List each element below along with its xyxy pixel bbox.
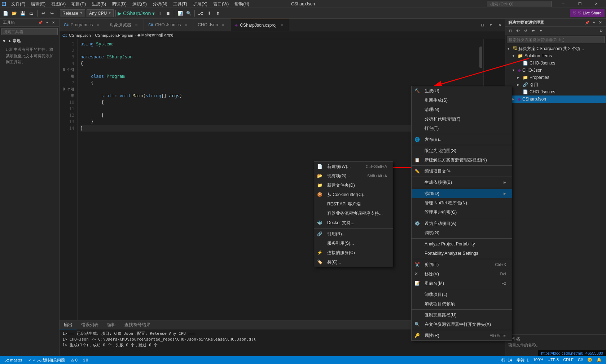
ctx-pack[interactable]: 打包(T): [412, 124, 512, 133]
add-existing-item[interactable]: 📂 现有项(G)... Shift+Alt+A: [314, 171, 393, 181]
ctx-unload[interactable]: 卸载项目(L): [412, 290, 512, 299]
add-container-orchestration[interactable]: 容器业务流程协调程序支持...: [314, 209, 393, 218]
tab-cho-json-close[interactable]: ✕: [220, 22, 226, 28]
config-dropdown[interactable]: Release ▼: [60, 9, 85, 17]
ctx-build-deps[interactable]: 生成依赖项(B) ▶: [412, 178, 512, 187]
sol-panel-close-btn[interactable]: ✕: [597, 20, 603, 26]
ctx-build[interactable]: 🔨 生成(U): [412, 86, 512, 96]
sol-item-csharpjson[interactable]: ▶ ◆ CSharpJson: [505, 96, 606, 103]
ctx-set-startup[interactable]: ⚙️ 设为启动项目(A): [412, 219, 512, 228]
ctx-analyze-portability[interactable]: Analyze Project Portability: [412, 239, 512, 249]
tab-csharpjson-csproj-close[interactable]: ✕: [279, 22, 285, 28]
ctx-remove[interactable]: ✕ 移除(V) Del: [412, 269, 512, 279]
add-new-folder[interactable]: 📁 新建文件夹(D): [314, 181, 393, 190]
sol-panel-dropdown-btn[interactable]: ▾: [591, 20, 597, 26]
menu-project[interactable]: 项目(P): [69, 0, 89, 8]
statusbar-git[interactable]: ⎇ master: [3, 358, 24, 363]
add-connected-service[interactable]: ⚡ 连接的服务(C): [314, 248, 393, 257]
output-tab-edit[interactable]: 编辑: [103, 320, 120, 329]
menu-analyze[interactable]: 分析(N): [150, 0, 170, 8]
new-project-btn[interactable]: 📄: [1, 9, 9, 17]
sol-item-cho-json-cs-2[interactable]: 📄 CHO-Json.cs: [505, 88, 606, 96]
tab-program-cs[interactable]: C# Program.cs ✕: [60, 19, 105, 31]
toolbox-search-input[interactable]: [1, 28, 58, 35]
open-btn[interactable]: 📂: [10, 9, 18, 17]
sol-item-properties[interactable]: ▶ 📁 Properties: [505, 74, 606, 81]
platform-dropdown[interactable]: Any CPU ▼: [87, 9, 114, 17]
add-docker[interactable]: 🐳 Docker 支持...: [314, 218, 393, 227]
add-reference[interactable]: 🔗 引用(R)...: [314, 229, 393, 239]
output-tab-find[interactable]: 查找符号结果: [120, 320, 155, 329]
add-cookiecutter[interactable]: 🍪 从 Cookiecutter(C)...: [314, 190, 393, 199]
menu-test[interactable]: 测试(S): [129, 0, 150, 8]
menu-extensions[interactable]: 扩展(X): [190, 0, 210, 8]
statusbar-zoom[interactable]: 100%: [532, 358, 545, 363]
menu-view[interactable]: 视图(V): [48, 0, 69, 8]
git-pull-btn[interactable]: ⬇: [205, 9, 213, 17]
menu-help[interactable]: 帮助(H): [232, 0, 252, 8]
tab-cho-json[interactable]: CHO-Json ✕: [193, 19, 230, 31]
sol-collapse-btn[interactable]: ⊟: [507, 27, 514, 35]
sol-refresh-btn[interactable]: ↺: [522, 27, 529, 35]
add-service-ref[interactable]: 服务引用(S)...: [314, 239, 393, 248]
tab-object-browser[interactable]: 对象浏览器 ✕: [105, 19, 144, 31]
ctx-debug[interactable]: 调试(G): [412, 228, 512, 238]
ctx-scope[interactable]: 限定为此范围(S): [412, 146, 512, 155]
ctx-rename[interactable]: 📝 重命名(M) F2: [412, 279, 512, 288]
scrollbar-thumb[interactable]: [479, 46, 482, 68]
statusbar-line[interactable]: 行: 14: [500, 358, 513, 363]
add-rest-api[interactable]: REST API 客户端: [314, 199, 393, 209]
menu-file[interactable]: 文件(F): [8, 0, 28, 8]
sol-item-solution-items[interactable]: ▼ 📁 Solution Items: [505, 52, 606, 59]
statusbar-col[interactable]: 字符: 1: [515, 358, 530, 363]
sol-sync-btn[interactable]: ⇄: [530, 27, 537, 35]
statusbar-warnings[interactable]: ⚠ 0: [69, 358, 79, 363]
toolbox-general-header[interactable]: ▼ ▲ 常规: [1, 37, 58, 44]
breadcrumb-project[interactable]: CSharpJson: [69, 33, 91, 37]
redo-btn[interactable]: ↪: [48, 9, 56, 17]
save-btn[interactable]: 💾: [19, 9, 27, 17]
ctx-add[interactable]: 添加(D) ▶: [412, 189, 512, 198]
sol-item-cho-json-cs-1[interactable]: 📄 CHO-Json.cs: [505, 59, 606, 67]
tab-cho-json-cs[interactable]: C# CHO-Json.cs ✕: [144, 19, 193, 31]
global-search-input[interactable]: [487, 1, 552, 7]
add-class[interactable]: 🏷️ 类(C)...: [314, 257, 393, 267]
liveshare-button[interactable]: ♡ ♡ Live Share: [570, 9, 605, 17]
toolbox-dropdown-btn[interactable]: ▾: [44, 20, 50, 26]
tab-csharpjson-csproj[interactable]: ◆ CSharpJson.csproj ✕: [230, 19, 289, 31]
perf-btn[interactable]: 📊: [176, 9, 184, 17]
menu-tools[interactable]: 工具(T): [170, 0, 190, 8]
statusbar-encoding[interactable]: UTF-8: [546, 358, 560, 363]
ctx-properties[interactable]: 🔑 属性(R) Alt+Enter: [412, 331, 512, 340]
solution-search-input[interactable]: [507, 36, 605, 43]
ctx-open-folder[interactable]: 🔍 在文件资源管理器中打开文件夹(X): [412, 320, 512, 329]
run-button[interactable]: ▶ CSharpJson ▾: [118, 10, 155, 16]
statusbar-lang[interactable]: C#: [576, 358, 584, 363]
output-tab-errors[interactable]: 错误列表: [77, 320, 103, 329]
ctx-new-view[interactable]: 📋 新建解决方案资源管理器视图(N): [412, 155, 512, 165]
breadcrumb-method[interactable]: ◆ Main(string[] args): [137, 33, 174, 37]
tab-program-cs-close[interactable]: ✕: [95, 22, 101, 28]
statusbar-feedback[interactable]: 😊: [586, 358, 594, 363]
sol-panel-pin-btn[interactable]: 📌: [584, 20, 590, 26]
ctx-user-secrets[interactable]: 管理用户机密(G): [412, 208, 512, 217]
tab-cho-json-cs-close[interactable]: ✕: [183, 22, 189, 28]
close-button[interactable]: ✕: [588, 0, 605, 8]
ctx-nuget[interactable]: 管理 NuGet 程序包(N)...: [412, 198, 512, 208]
diag-btn[interactable]: 🔍: [185, 9, 193, 17]
ctx-rebuild[interactable]: 重新生成(S): [412, 96, 512, 105]
stop-btn[interactable]: ⏹: [164, 9, 172, 17]
undo-btn[interactable]: ↩: [39, 9, 47, 17]
save-all-btn[interactable]: 🗂: [27, 9, 35, 17]
ctx-copy-path[interactable]: 复制完整路径(U): [412, 310, 512, 320]
split-editor-btn[interactable]: ⊟: [478, 21, 486, 29]
statusbar-notifications[interactable]: 🔔: [595, 358, 603, 363]
statusbar-line-ending[interactable]: CRLF: [562, 358, 575, 363]
git-btn[interactable]: ⎇: [197, 9, 205, 17]
sol-settings-btn[interactable]: ⚙: [597, 27, 605, 35]
menu-debug[interactable]: 调试(D): [109, 0, 129, 8]
attach-btn[interactable]: ⏸: [155, 9, 163, 17]
sol-item-cho-json-proj[interactable]: ▼ ◆ CHO-Json: [505, 67, 606, 74]
sol-item-solution[interactable]: ▼ 🏗 解决方案'CSharpJson'(共 2 个项...: [505, 45, 606, 52]
close-all-tabs-btn[interactable]: ✕: [496, 21, 504, 29]
